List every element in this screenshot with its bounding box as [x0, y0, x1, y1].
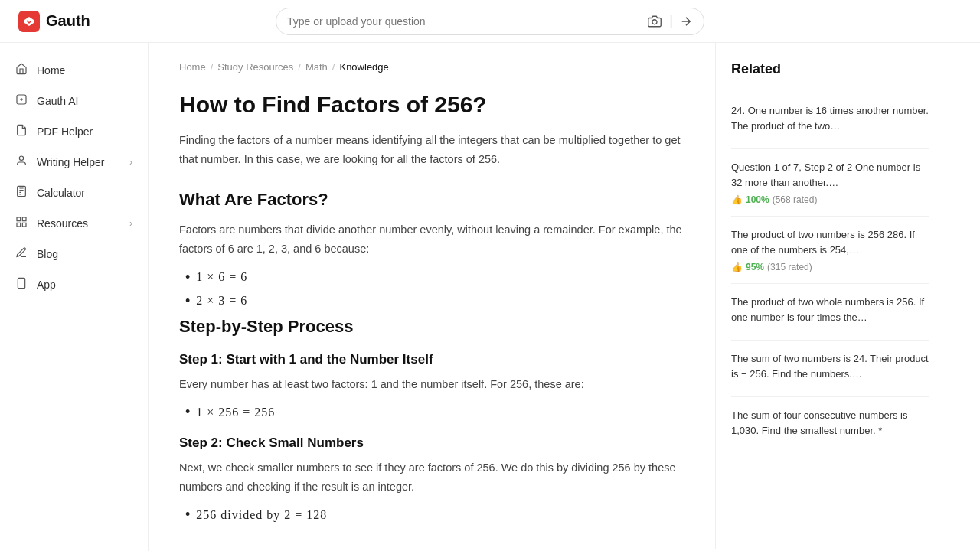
- related-item-4-text: The sum of two numbers is 24. Their prod…: [731, 351, 929, 381]
- sidebar-item-writing-helper[interactable]: Writing Helper ›: [0, 147, 148, 178]
- sidebar-item-resources-label: Resources: [37, 217, 120, 230]
- math-item-2: • 2 × 3 = 6: [185, 293, 684, 309]
- related-title: Related: [731, 61, 929, 77]
- content-area: Home / Study Resources / Math / Knowledg…: [149, 43, 980, 549]
- app-icon: [15, 277, 28, 292]
- writing-helper-chevron: ›: [129, 157, 132, 168]
- related-item-5[interactable]: The sum of four consecutive numbers is 1…: [731, 397, 929, 453]
- step1-text: Every number has at least two factors: 1…: [179, 375, 684, 394]
- related-item-5-text: The sum of four consecutive numbers is 1…: [731, 408, 929, 438]
- breadcrumb-sep-1: /: [211, 61, 214, 73]
- svg-rect-3: [18, 186, 26, 196]
- related-item-2-text: The product of two numbers is 256 286. I…: [731, 227, 929, 257]
- resources-icon: [15, 216, 28, 231]
- step1-title: Step 1: Start with 1 and the Number Itse…: [179, 352, 684, 367]
- sidebar-item-pdf-helper[interactable]: PDF Helper: [0, 116, 148, 147]
- logo-icon: [18, 11, 40, 32]
- svg-point-2: [19, 156, 23, 160]
- step2-text: Next, we check smaller numbers to see if…: [179, 458, 684, 496]
- related-item-2[interactable]: The product of two numbers is 256 286. I…: [731, 217, 929, 284]
- sidebar-item-app[interactable]: App: [0, 269, 148, 300]
- math-expr-3: 1 × 256 = 256: [196, 406, 275, 419]
- sidebar-item-blog[interactable]: Blog: [0, 239, 148, 269]
- rating-count-1: (568 rated): [773, 194, 818, 205]
- search-input[interactable]: [287, 15, 640, 28]
- related-item-3-text: The product of two whole numbers is 256.…: [731, 295, 929, 324]
- section-text-factors: Factors are numbers that divide another …: [179, 220, 684, 258]
- breadcrumb-math[interactable]: Math: [305, 61, 328, 73]
- home-icon: [15, 63, 28, 78]
- sidebar-item-calculator[interactable]: Calculator: [0, 178, 148, 208]
- related-panel: Related 24. One number is 16 times anoth…: [715, 43, 945, 549]
- bullet-2: •: [185, 293, 190, 309]
- related-item-1[interactable]: Question 1 of 7, Step 2 of 2 One number …: [731, 149, 929, 217]
- math-item-4: • 256 divided by 2 = 128: [185, 507, 684, 523]
- svg-rect-7: [22, 223, 26, 227]
- breadcrumb-study-resources[interactable]: Study Resources: [217, 61, 293, 73]
- bullet-1: •: [185, 269, 190, 285]
- section-title-factors: What Are Factors?: [179, 190, 684, 210]
- svg-point-0: [652, 19, 657, 24]
- sidebar-item-blog-label: Blog: [37, 248, 132, 260]
- math-expr-2: 2 × 3 = 6: [196, 294, 247, 308]
- bullet-4: •: [185, 507, 190, 523]
- sidebar-item-pdf-helper-label: PDF Helper: [37, 126, 132, 138]
- header: Gauth |: [0, 0, 980, 43]
- related-item-0-text: 24. One number is 16 times another numbe…: [731, 103, 929, 133]
- breadcrumb-current: Knowledge: [339, 61, 388, 73]
- svg-rect-8: [18, 278, 24, 288]
- article-section: Home / Study Resources / Math / Knowledg…: [149, 43, 715, 549]
- bullet-3: •: [185, 404, 190, 420]
- breadcrumb-sep-3: /: [332, 61, 335, 73]
- gauth-ai-icon: [15, 93, 28, 109]
- related-item-0[interactable]: 24. One number is 16 times another numbe…: [731, 93, 929, 149]
- sidebar-item-app-label: App: [37, 279, 132, 291]
- writing-icon: [15, 155, 28, 170]
- related-item-3[interactable]: The product of two whole numbers is 256.…: [731, 284, 929, 341]
- sidebar-item-writing-helper-label: Writing Helper: [37, 156, 120, 168]
- logo-text: Gauth: [46, 12, 90, 30]
- pdf-icon: [15, 124, 28, 139]
- thumb-icon-2: 👍: [731, 262, 743, 272]
- rating-pct-2: 95%: [746, 262, 764, 272]
- breadcrumb-sep-2: /: [298, 61, 301, 73]
- related-item-4[interactable]: The sum of two numbers is 24. Their prod…: [731, 341, 929, 397]
- search-bar: |: [276, 8, 704, 35]
- related-item-1-text: Question 1 of 7, Step 2 of 2 One number …: [731, 160, 929, 190]
- sidebar-item-calculator-label: Calculator: [37, 187, 132, 199]
- breadcrumb-home[interactable]: Home: [179, 61, 206, 73]
- section-title-steps: Step-by-Step Process: [179, 317, 684, 337]
- search-submit-button[interactable]: [679, 15, 693, 28]
- main-content: Home / Study Resources / Math / Knowledg…: [149, 43, 980, 551]
- article-title: How to Find Factors of 256?: [179, 91, 684, 119]
- breadcrumb: Home / Study Resources / Math / Knowledg…: [179, 61, 684, 73]
- sidebar: Home Gauth AI PDF Helper: [0, 43, 149, 551]
- math-expr-1: 1 × 6 = 6: [196, 270, 247, 284]
- camera-icon-button[interactable]: [646, 13, 663, 30]
- sidebar-item-gauth-ai-label: Gauth AI: [37, 95, 132, 107]
- svg-rect-4: [17, 217, 21, 221]
- svg-rect-5: [22, 217, 26, 221]
- step2-title: Step 2: Check Small Numbers: [179, 435, 684, 451]
- resources-chevron: ›: [129, 218, 132, 229]
- logo[interactable]: Gauth: [18, 11, 90, 32]
- svg-rect-6: [17, 223, 21, 227]
- math-expr-4: 256 divided by 2 = 128: [196, 508, 327, 522]
- article-intro: Finding the factors of a number means id…: [179, 131, 684, 168]
- search-divider: |: [669, 13, 673, 29]
- related-item-2-rating: 👍 95% (315 rated): [731, 262, 929, 272]
- sidebar-item-resources[interactable]: Resources ›: [0, 208, 148, 239]
- sidebar-item-gauth-ai[interactable]: Gauth AI: [0, 86, 148, 116]
- thumb-icon-1: 👍: [731, 194, 743, 205]
- blog-icon: [15, 246, 28, 262]
- rating-pct-1: 100%: [746, 194, 769, 205]
- related-item-1-rating: 👍 100% (568 rated): [731, 194, 929, 205]
- rating-count-2: (315 rated): [767, 262, 812, 272]
- sidebar-item-home-label: Home: [37, 64, 132, 77]
- calculator-icon: [15, 185, 28, 201]
- layout: Home Gauth AI PDF Helper: [0, 43, 980, 551]
- math-item-3: • 1 × 256 = 256: [185, 404, 684, 420]
- math-item-1: • 1 × 6 = 6: [185, 269, 684, 285]
- sidebar-item-home[interactable]: Home: [0, 55, 148, 86]
